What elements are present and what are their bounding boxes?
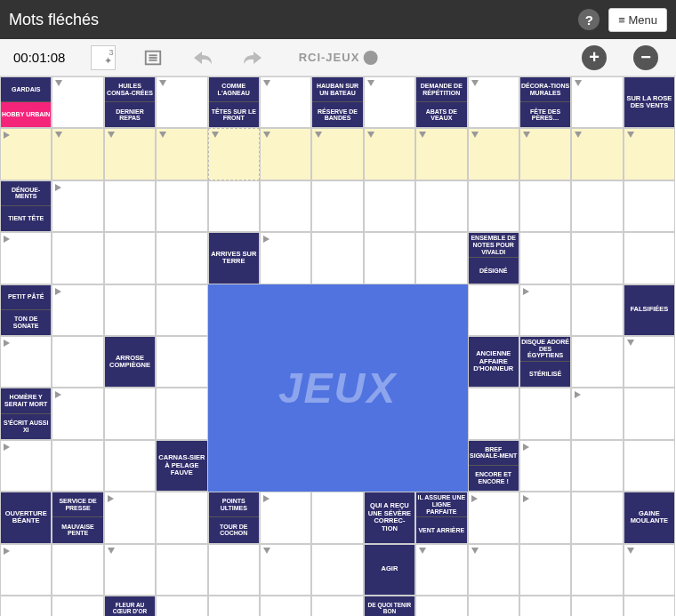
grid-cell[interactable] [104, 440, 156, 492]
grid-cell[interactable] [415, 232, 467, 284]
grid-cell[interactable] [52, 284, 103, 336]
grid-cell[interactable] [415, 596, 467, 616]
grid-cell[interactable] [260, 128, 311, 180]
grid-cell[interactable] [156, 284, 207, 336]
list-button[interactable] [128, 39, 178, 76]
grid-cell[interactable] [208, 180, 260, 232]
hint-button[interactable]: 3✦ [78, 39, 128, 76]
zoom-out-button[interactable]: − [633, 45, 658, 70]
grid-cell[interactable] [260, 596, 311, 616]
grid-cell[interactable] [571, 388, 623, 439]
grid-cell[interactable] [0, 440, 52, 492]
grid-cell[interactable] [571, 336, 623, 388]
grid-cell[interactable] [624, 544, 675, 596]
grid-cell[interactable] [0, 544, 52, 596]
grid-cell[interactable] [0, 232, 52, 284]
grid-cell[interactable] [260, 492, 311, 543]
grid-cell[interactable] [364, 76, 415, 128]
grid-cell[interactable] [519, 440, 571, 492]
grid-cell[interactable] [260, 232, 311, 284]
grid-cell[interactable] [311, 492, 363, 543]
grid-cell[interactable] [519, 232, 571, 284]
menu-button[interactable]: ≡ Menu [608, 8, 667, 32]
grid-cell[interactable] [52, 544, 103, 596]
grid-cell[interactable] [311, 128, 363, 180]
grid-cell[interactable] [571, 180, 623, 232]
grid-cell[interactable] [156, 544, 207, 596]
grid-cell[interactable] [311, 596, 363, 616]
grid-cell[interactable] [104, 128, 156, 180]
grid-cell[interactable] [624, 232, 675, 284]
grid-cell[interactable] [104, 492, 156, 543]
grid-cell[interactable] [571, 492, 623, 543]
help-icon[interactable]: ? [578, 9, 600, 30]
grid-cell[interactable] [468, 76, 519, 128]
redo-button[interactable] [228, 39, 278, 76]
grid-cell[interactable] [104, 388, 156, 439]
grid-cell[interactable] [104, 232, 156, 284]
grid-cell[interactable] [311, 180, 363, 232]
grid-cell[interactable] [156, 388, 207, 439]
grid-cell[interactable] [571, 232, 623, 284]
undo-button[interactable] [178, 39, 228, 76]
grid-cell[interactable] [260, 544, 311, 596]
grid-cell[interactable] [104, 284, 156, 336]
grid-cell[interactable] [624, 388, 675, 439]
grid-cell[interactable] [571, 76, 623, 128]
grid-cell[interactable] [571, 596, 623, 616]
grid-cell[interactable] [468, 180, 519, 232]
grid-cell[interactable] [156, 128, 207, 180]
grid-cell[interactable] [519, 492, 571, 543]
grid-cell[interactable] [364, 232, 415, 284]
zoom-in-button[interactable]: + [582, 45, 607, 70]
grid-cell[interactable] [208, 128, 260, 180]
grid-cell[interactable] [52, 388, 103, 439]
grid-cell[interactable] [415, 544, 467, 596]
grid-cell[interactable] [156, 180, 207, 232]
grid-cell[interactable] [415, 128, 467, 180]
grid-cell[interactable] [571, 544, 623, 596]
grid-cell[interactable] [208, 596, 260, 616]
grid-cell[interactable] [519, 388, 571, 439]
grid-cell[interactable] [519, 596, 571, 616]
grid-cell[interactable] [52, 76, 103, 128]
grid-cell[interactable] [104, 180, 156, 232]
grid-cell[interactable] [571, 440, 623, 492]
grid-cell[interactable] [156, 492, 207, 543]
grid-cell[interactable] [104, 544, 156, 596]
grid-cell[interactable] [260, 76, 311, 128]
grid-cell[interactable] [468, 596, 519, 616]
grid-cell[interactable] [156, 232, 207, 284]
grid-cell[interactable] [52, 180, 103, 232]
grid-cell[interactable] [468, 284, 519, 336]
grid-cell[interactable] [571, 128, 623, 180]
grid-cell[interactable] [156, 76, 207, 128]
grid-cell[interactable] [415, 180, 467, 232]
grid-cell[interactable] [519, 128, 571, 180]
grid-cell[interactable] [52, 596, 103, 616]
grid-cell[interactable] [52, 232, 103, 284]
grid-cell[interactable] [624, 336, 675, 388]
grid-cell[interactable] [260, 180, 311, 232]
grid-cell[interactable] [519, 544, 571, 596]
grid-cell[interactable] [624, 180, 675, 232]
grid-cell[interactable] [364, 128, 415, 180]
grid-cell[interactable] [468, 388, 519, 439]
grid-cell[interactable] [624, 128, 675, 180]
grid-cell[interactable] [156, 336, 207, 388]
grid-cell[interactable] [52, 440, 103, 492]
grid-cell[interactable] [468, 492, 519, 543]
grid-cell[interactable] [0, 336, 52, 388]
grid-cell-active[interactable] [0, 128, 52, 180]
grid-cell[interactable] [519, 284, 571, 336]
grid-cell[interactable] [468, 544, 519, 596]
grid-cell[interactable] [0, 596, 52, 616]
crossword-grid[interactable]: GARDAISHOBBY URBAIN HUILES CONSA-CRÉESDE… [0, 76, 676, 616]
grid-cell[interactable] [52, 128, 103, 180]
grid-cell[interactable] [208, 544, 260, 596]
grid-cell[interactable] [571, 284, 623, 336]
grid-cell[interactable] [468, 128, 519, 180]
grid-cell[interactable] [156, 596, 207, 616]
grid-cell[interactable] [624, 440, 675, 492]
grid-cell[interactable] [624, 596, 675, 616]
